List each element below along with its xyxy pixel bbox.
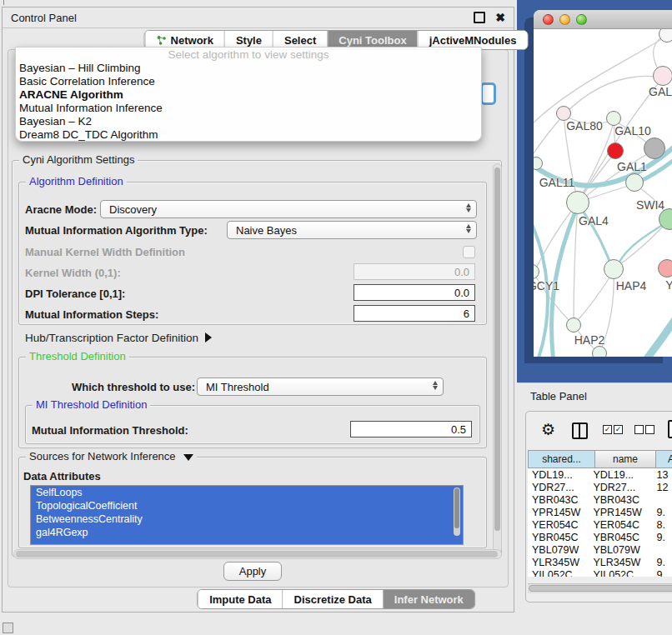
table-row[interactable]: YBR045C YBR045C 9. [528, 531, 672, 543]
table-row[interactable]: YIL052C YIL052C 9 [528, 568, 672, 577]
network-node[interactable] [644, 138, 665, 159]
dpi-tolerance-field[interactable]: 0.0 [354, 284, 475, 301]
network-node[interactable] [653, 66, 672, 86]
threshold-definition-legend: Threshold Definition [26, 350, 129, 362]
aracne-mode-label: Aracne Mode: [25, 200, 97, 218]
network-node-label: GAL [649, 85, 672, 98]
close-window-icon[interactable] [543, 14, 554, 25]
table-panel-body: ⚙ ✓ ✓ shared... name A YDL19... YDL19... [525, 411, 672, 602]
table-panel-title: Table Panel [530, 390, 587, 402]
network-node[interactable] [658, 259, 672, 278]
table-row[interactable]: YLR345W YLR345W 9. [528, 556, 672, 568]
document-icon[interactable] [668, 420, 672, 438]
zoom-window-icon[interactable] [576, 14, 587, 25]
cyni-bottom-tab[interactable]: Impute Data [198, 590, 282, 608]
network-node-label: GCY1 [534, 279, 559, 292]
network-node[interactable] [566, 191, 589, 214]
kernel-width-field[interactable]: 0.0 [354, 263, 475, 280]
network-node-label: GAL4 [579, 214, 609, 228]
network-node-label: GAL10 [614, 124, 651, 138]
expand-arrow-icon [205, 332, 212, 342]
table-row[interactable]: YBR043C YBR043C [528, 493, 672, 506]
screen: Control Panel ✖ Netwo [0, 0, 672, 635]
apply-button[interactable]: Apply [223, 562, 282, 581]
network-edges [534, 29, 672, 357]
minimize-window-icon[interactable] [559, 14, 570, 25]
network-node-label: SWI4 [636, 198, 664, 212]
sources-legend-label: Sources for Network Inference [29, 450, 176, 462]
network-node-label: GAL11 [539, 176, 575, 189]
algorithm-popup-item[interactable]: ARACNE Algorithm [16, 88, 481, 102]
network-node[interactable] [592, 346, 607, 357]
network-node-label: HAP2 [574, 333, 605, 347]
data-attributes-list[interactable]: SelfLoops TopologicalCoefficient Between… [30, 485, 464, 545]
cyni-bottom-tab[interactable]: Discretize Data [283, 590, 383, 608]
stepper-icon [433, 381, 438, 390]
tab-label: Infer Network [394, 593, 464, 606]
checked-checkbox-icon[interactable]: ✓ [603, 425, 612, 434]
table-row[interactable]: YDR27... YDR27... 12 [528, 481, 672, 493]
table-row[interactable]: YPR145W YPR145W 9. [528, 506, 672, 518]
tab-label: Impute Data [209, 593, 271, 606]
collapsed-panel-icon[interactable] [3, 622, 13, 633]
which-threshold-select[interactable]: MI Threshold [197, 378, 444, 396]
unchecked-checkbox-icon[interactable] [634, 425, 644, 434]
network-node[interactable] [604, 259, 624, 279]
tab-label: Cyni Toolbox [339, 34, 406, 47]
algorithm-popup-item[interactable]: Mutual Information Inference [16, 102, 481, 115]
mi-threshold-definition-legend: MI Threshold Definition [33, 398, 150, 411]
mi-type-select[interactable]: Naive Bayes [227, 221, 477, 239]
tab-label: Style [236, 34, 262, 47]
table-panel-section: Table Panel ⚙ ✓ ✓ shared... name A YD [518, 382, 672, 635]
algorithm-popup-placeholder: Select algorithm to view settings [16, 48, 481, 62]
table-row[interactable]: YDL19... YDL19... 13 [528, 468, 672, 481]
table-header-row: shared... name A [528, 450, 672, 468]
table-row[interactable]: YER054C YER054C 8. [528, 518, 672, 531]
data-attribute-item[interactable]: BetweennessCentrality [31, 512, 463, 526]
aracne-mode-select[interactable]: Discovery [100, 200, 477, 218]
attributes-scrollbar[interactable] [454, 488, 460, 536]
algorithm-popup-item[interactable]: Basic Correlation Inference [16, 75, 481, 88]
collapse-arrow-icon [183, 454, 193, 461]
network-node[interactable] [607, 142, 624, 159]
which-threshold-label: Which threshold to use: [72, 378, 195, 396]
cyni-bottom-tab[interactable]: Infer Network [383, 590, 474, 608]
kernel-width-label: Kernel Width (0,1): [25, 263, 121, 282]
unchecked-checkbox-icon[interactable] [645, 425, 654, 434]
manual-kernel-checkbox[interactable] [463, 246, 475, 258]
hub-definition-toggle[interactable]: Hub/Transcription Factor Definition [25, 328, 212, 347]
column-header-shared-name[interactable]: shared... [528, 450, 595, 468]
algorithm-popup-item[interactable]: Bayesian – K2 [16, 115, 481, 128]
network-canvas[interactable]: GALGAL80GAL10GAL1SWI4GAL11GAL4GCY1HAP4YH… [534, 29, 672, 357]
algorithm-popup-item[interactable]: Dream8 DC_TDC Algorithm [16, 128, 481, 142]
float-panel-icon[interactable] [474, 12, 485, 23]
network-node[interactable] [625, 173, 644, 192]
column-header-clipped[interactable]: A [655, 450, 672, 468]
settings-horizontal-scrollbar[interactable] [13, 549, 502, 559]
split-columns-icon[interactable] [572, 422, 588, 439]
sources-legend[interactable]: Sources for Network Inference [26, 450, 197, 462]
data-attribute-item[interactable]: gal4RGexp [31, 526, 463, 539]
table-rows: YDL19... YDL19... 13 YDR27... YDR27... 1… [528, 468, 672, 577]
aracne-mode-value: Discovery [109, 203, 157, 216]
gear-icon[interactable]: ⚙ [541, 422, 555, 438]
network-icon [157, 35, 167, 45]
data-attribute-item[interactable]: TopologicalCoefficient [31, 499, 463, 512]
table-toolbar: ⚙ ✓ ✓ [526, 412, 672, 450]
data-attribute-item[interactable]: SelfLoops [31, 486, 463, 499]
mi-threshold-field[interactable]: 0.5 [350, 421, 472, 438]
column-header-name[interactable]: name [594, 450, 656, 468]
network-node-label: GAL80 [566, 119, 603, 132]
settings-vertical-scrollbar[interactable] [493, 163, 502, 553]
control-panel-title: Control Panel [11, 12, 77, 24]
table-row[interactable]: YBL079W YBL079W [528, 543, 672, 556]
network-node[interactable] [566, 318, 581, 332]
tab-label: Select [284, 34, 316, 47]
checked-checkbox-icon[interactable]: ✓ [614, 425, 623, 434]
close-panel-icon[interactable]: ✖ [495, 13, 505, 22]
mi-steps-field[interactable]: 6 [354, 305, 475, 322]
table-horizontal-scrollbar[interactable] [528, 583, 672, 593]
algorithm-popup-item[interactable]: Bayesian – Hill Climbing [16, 62, 481, 75]
algorithm-combo-focus-ring[interactable] [480, 82, 496, 105]
mi-steps-label: Mutual Information Steps: [25, 305, 158, 323]
